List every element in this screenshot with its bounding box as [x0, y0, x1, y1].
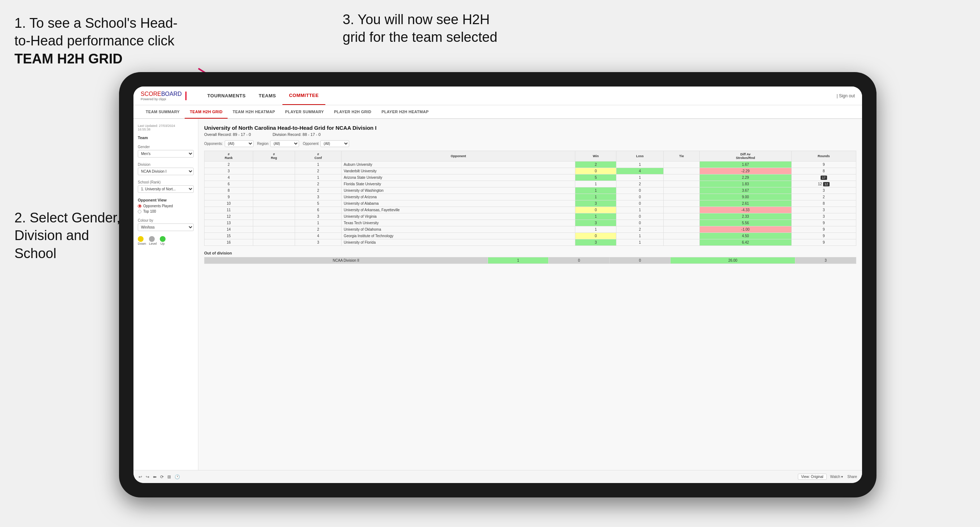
redo-button[interactable]: ↪ — [146, 475, 150, 479]
cell-conf: 2 — [295, 226, 341, 233]
cell-loss: 1 — [616, 233, 663, 239]
cell-loss: 0 — [616, 200, 663, 207]
cell-rank: 4 — [205, 175, 253, 181]
division-table: NCAA Division II 1 0 0 26.00 3 — [204, 257, 856, 264]
cell-conf: 3 — [295, 213, 341, 220]
cell-loss: 4 — [616, 168, 663, 175]
cell-win: 3 — [575, 220, 616, 226]
nav-tournaments[interactable]: TOURNAMENTS — [201, 87, 252, 105]
logo-area: SCOREBOARD Powered by clippi — [141, 91, 190, 101]
cell-loss: 1 — [616, 207, 663, 213]
cell-rounds: 9 — [791, 226, 856, 233]
filter-opponents-select[interactable]: (All) — [225, 140, 254, 147]
colour-by-label: Colour by — [138, 218, 194, 222]
radio-opponents-played[interactable]: Opponents Played — [138, 204, 194, 208]
back-button[interactable]: ⬅ — [153, 475, 156, 479]
col-loss: Loss — [616, 151, 663, 162]
filters-row: Opponents: (All) Region (All) Opponent — [204, 140, 856, 147]
col-tie: Tie — [664, 151, 700, 162]
cell-rounds: 9 — [791, 233, 856, 239]
nav-teams[interactable]: TEAMS — [252, 87, 282, 105]
cell-tie — [664, 239, 700, 246]
last-updated: Last Updated: 27/03/2024 16:55:38 — [138, 124, 194, 131]
logo-board: BOARD — [161, 91, 182, 97]
sub-nav-player-h2h-grid[interactable]: PLAYER H2H GRID — [329, 106, 377, 119]
cell-loss: 0 — [616, 187, 663, 194]
division-select[interactable]: NCAA Division I NCAA Division II — [138, 168, 194, 175]
cell-rank: 9 — [205, 194, 253, 200]
sub-nav-team-h2h-heatmap[interactable]: TEAM H2H HEATMAP — [228, 106, 280, 119]
sub-nav-team-h2h-grid[interactable]: TEAM H2H GRID — [185, 106, 228, 119]
filter-opponent-group: Opponent (All) — [302, 140, 349, 147]
cell-loss: 0 — [616, 194, 663, 200]
cell-conf: 3 — [295, 194, 341, 200]
division-tie: 0 — [609, 257, 671, 264]
undo-button[interactable]: ↩ — [138, 475, 142, 479]
cell-win: 1 — [575, 194, 616, 200]
cell-tie — [664, 175, 700, 181]
legend-down-dot — [138, 236, 143, 242]
cell-diff: -2.29 — [699, 168, 791, 175]
division-label: Division — [138, 163, 194, 167]
cell-diff: 6.42 — [699, 239, 791, 246]
cell-rank: 6 — [205, 181, 253, 187]
gender-select[interactable]: Men's Women's — [138, 150, 194, 157]
overall-record: Overall Record: 89 - 17 - 0 — [204, 132, 251, 137]
table-row: 15 4 Georgia Institute of Technology 0 1… — [205, 233, 856, 239]
clock-button[interactable]: 🕐 — [175, 475, 180, 479]
cell-rounds: 9 — [791, 162, 856, 168]
division-record: Division Record: 88 - 17 - 0 — [273, 132, 321, 137]
table-row: 2 1 Auburn University 2 1 1.67 9 — [205, 162, 856, 168]
watch-button[interactable]: Watch ▾ — [830, 475, 843, 479]
table-header-row: #Rank #Reg #Conf Opponent Win Loss Tie D… — [205, 151, 856, 162]
col-win: Win — [575, 151, 616, 162]
radio-dot-1 — [138, 205, 142, 208]
annotation-1: 1. To see a School's Head- to-Head perfo… — [14, 14, 202, 68]
cell-win: 3 — [575, 200, 616, 207]
sub-nav-player-h2h-heatmap[interactable]: PLAYER H2H HEATMAP — [377, 106, 434, 119]
cell-reg — [253, 233, 295, 239]
school-section: School (Rank) 1. University of Nort... — [138, 180, 194, 193]
cell-rank: 8 — [205, 187, 253, 194]
col-rank: #Rank — [205, 151, 253, 162]
cell-tie — [664, 226, 700, 233]
cell-tie — [664, 181, 700, 187]
sign-out-link[interactable]: | Sign out — [837, 94, 855, 98]
filter-opponent-select[interactable]: (All) — [320, 140, 349, 147]
cell-reg — [253, 226, 295, 233]
cell-conf: 2 — [295, 187, 341, 194]
cell-loss: 1 — [616, 162, 663, 168]
cell-conf: 1 — [295, 220, 341, 226]
nav-committee[interactable]: COMMITTEE — [282, 87, 325, 105]
zoom-button[interactable]: ⊞ — [167, 475, 171, 479]
table-row: 10 5 University of Alabama 3 0 2.61 8 — [205, 200, 856, 207]
cell-rounds: 8 — [791, 168, 856, 175]
cell-win: 3 — [575, 239, 616, 246]
refresh-button[interactable]: ⟳ — [160, 475, 164, 479]
cell-diff: 4.50 — [699, 233, 791, 239]
cell-diff: 2.61 — [699, 200, 791, 207]
filter-region-select[interactable]: (All) — [270, 140, 299, 147]
cell-reg — [253, 220, 295, 226]
left-panel: Last Updated: 27/03/2024 16:55:38 Team G… — [134, 119, 198, 470]
grid-header: University of North Carolina Head-to-Hea… — [204, 125, 856, 137]
cell-opponent: Vanderbilt University — [342, 168, 575, 175]
logo-score: SCORE — [141, 91, 161, 97]
legend-up-dot — [160, 236, 165, 242]
share-button[interactable]: Share — [847, 475, 857, 479]
cell-diff: 1.67 — [699, 162, 791, 168]
cell-opponent: University of Oklahoma — [342, 226, 575, 233]
toolbar-right: Watch ▾ Share — [830, 475, 857, 479]
colour-by-select[interactable]: Win/loss — [138, 224, 194, 231]
radio-top-100[interactable]: Top 100 — [138, 210, 194, 213]
cell-rank: 14 — [205, 226, 253, 233]
table-row: 14 2 University of Oklahoma 1 2 -1.00 9 — [205, 226, 856, 233]
sub-nav-player-summary[interactable]: PLAYER SUMMARY — [280, 106, 329, 119]
sub-nav-team-summary[interactable]: TEAM SUMMARY — [141, 106, 185, 119]
cell-win: 0 — [575, 207, 616, 213]
cell-reg — [253, 181, 295, 187]
cell-reg — [253, 162, 295, 168]
view-original-button[interactable]: View: Original — [798, 474, 827, 480]
cell-opponent: University of Virginia — [342, 213, 575, 220]
school-select[interactable]: 1. University of Nort... — [138, 185, 194, 193]
